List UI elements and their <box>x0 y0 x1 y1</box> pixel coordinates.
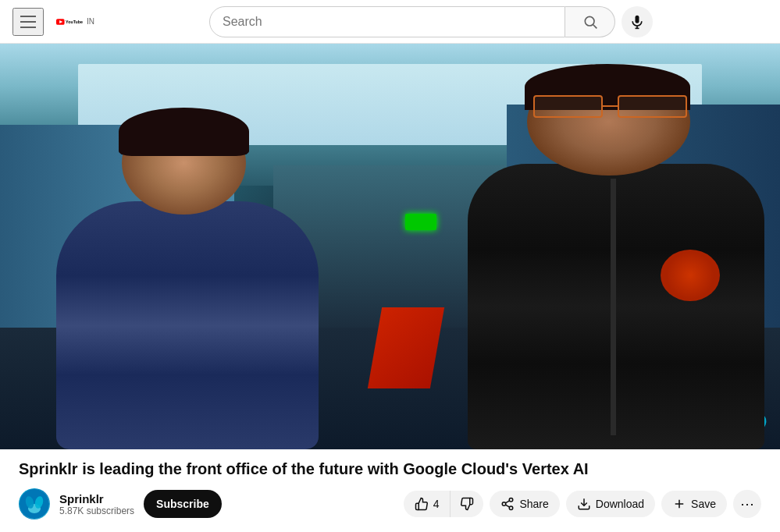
subscribe-button[interactable]: Subscribe <box>144 490 222 518</box>
sprinklr-avatar-icon <box>20 489 49 519</box>
download-icon <box>577 497 591 511</box>
youtube-logo-icon: YouTube <box>56 12 83 31</box>
jacket-zipper <box>611 179 617 435</box>
search-input-wrapper <box>209 6 565 37</box>
video-thumbnail[interactable] <box>0 44 780 449</box>
channel-info: Sprinklr 5.87K subscribers Subscribe <box>19 488 222 520</box>
svg-line-18 <box>506 505 510 507</box>
share-label: Share <box>519 498 548 510</box>
avatar-inner <box>20 489 49 519</box>
more-options-icon: ⋯ <box>740 495 754 512</box>
search-form <box>209 6 615 37</box>
jacket-badge <box>661 250 720 301</box>
header-center <box>94 6 768 37</box>
action-buttons: 4 Share <box>404 490 761 518</box>
search-icon <box>582 14 598 30</box>
thumbs-up-icon <box>415 497 429 511</box>
search-input[interactable] <box>223 15 552 29</box>
person-right-container <box>468 64 764 449</box>
person-left-hair <box>119 108 250 156</box>
svg-point-15 <box>510 498 514 502</box>
person-right-glasses <box>533 95 687 119</box>
header: YouTube IN <box>0 0 780 44</box>
youtube-logo[interactable]: YouTube IN <box>56 12 94 31</box>
more-options-button[interactable]: ⋯ <box>733 490 761 518</box>
channel-text: Sprinklr 5.87K subscribers <box>59 492 134 516</box>
hamburger-menu-button[interactable] <box>12 8 44 36</box>
share-button[interactable]: Share <box>490 491 559 517</box>
video-info-section: Sprinklr is leading the front office of … <box>0 449 780 526</box>
svg-line-4 <box>593 24 597 28</box>
country-code: IN <box>87 17 94 26</box>
download-button[interactable]: Download <box>566 491 655 517</box>
search-button[interactable] <box>565 6 615 37</box>
share-icon <box>500 497 515 511</box>
person-right-body <box>468 164 764 449</box>
like-count: 4 <box>433 498 440 510</box>
video-scene <box>0 44 780 449</box>
svg-point-16 <box>503 502 507 506</box>
svg-line-19 <box>506 501 510 503</box>
header-left: YouTube IN <box>12 8 94 36</box>
person-left-container <box>23 105 351 449</box>
svg-text:YouTube: YouTube <box>66 19 83 23</box>
dislike-button[interactable] <box>451 491 483 517</box>
like-dislike-button[interactable]: 4 <box>404 491 484 517</box>
subscriber-count: 5.87K subscribers <box>59 505 134 516</box>
video-player-container <box>0 44 780 449</box>
channel-actions-row: Sprinklr 5.87K subscribers Subscribe 4 <box>19 488 761 520</box>
person-left-body <box>56 201 319 449</box>
svg-point-17 <box>510 506 514 510</box>
svg-point-3 <box>585 16 594 26</box>
thumbs-down-icon <box>460 497 474 511</box>
save-icon <box>672 497 686 511</box>
save-label: Save <box>691 498 716 510</box>
save-button[interactable]: Save <box>661 491 727 517</box>
microphone-icon <box>629 14 645 30</box>
video-title: Sprinklr is leading the front office of … <box>19 459 761 479</box>
channel-avatar[interactable] <box>19 488 50 520</box>
microphone-button[interactable] <box>622 6 653 37</box>
like-button[interactable]: 4 <box>404 491 451 517</box>
svg-rect-5 <box>636 15 639 23</box>
scene-exit-sign <box>405 214 436 230</box>
channel-name: Sprinklr <box>59 492 134 505</box>
download-label: Download <box>596 498 644 510</box>
